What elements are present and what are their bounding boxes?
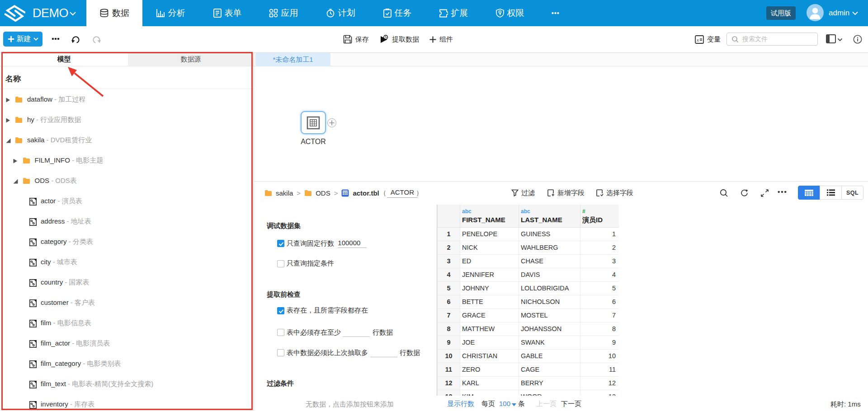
svg-text:x: x bbox=[696, 37, 699, 42]
